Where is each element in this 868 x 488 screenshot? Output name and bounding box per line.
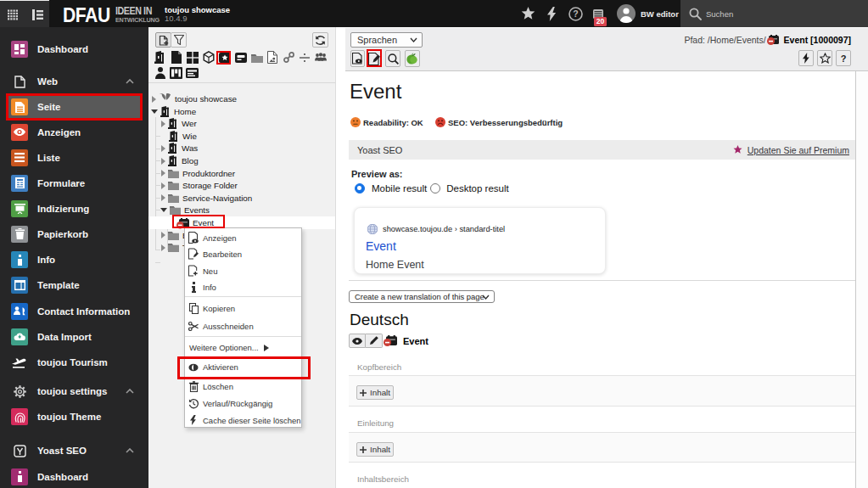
svg-text:?: ?	[573, 8, 578, 19]
